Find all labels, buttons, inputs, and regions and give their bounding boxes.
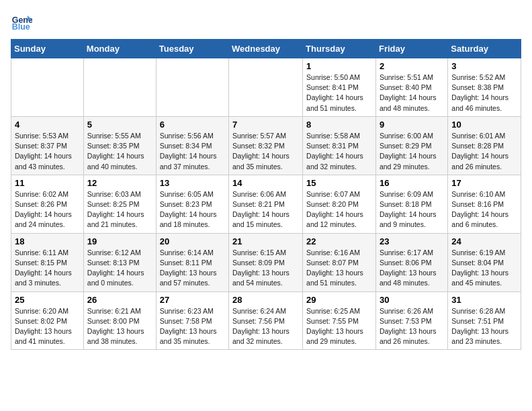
- calendar-cell: 31Sunrise: 6:28 AM Sunset: 7:51 PM Dayli…: [448, 291, 521, 350]
- calendar-cell: 18Sunrise: 6:11 AM Sunset: 8:15 PM Dayli…: [11, 233, 84, 291]
- day-info: Sunrise: 6:24 AM Sunset: 7:56 PM Dayligh…: [232, 306, 299, 347]
- day-info: Sunrise: 5:55 AM Sunset: 8:35 PM Dayligh…: [87, 131, 152, 172]
- day-number: 29: [306, 295, 372, 305]
- calendar-cell: 17Sunrise: 6:10 AM Sunset: 8:16 PM Dayli…: [448, 175, 521, 233]
- day-info: Sunrise: 6:20 AM Sunset: 8:02 PM Dayligh…: [15, 306, 80, 347]
- day-info: Sunrise: 5:56 AM Sunset: 8:34 PM Dayligh…: [160, 131, 225, 172]
- day-number: 19: [87, 236, 152, 246]
- day-number: 10: [451, 120, 517, 130]
- day-info: Sunrise: 6:07 AM Sunset: 8:20 PM Dayligh…: [306, 189, 372, 230]
- page-header: General Blue: [11, 11, 521, 32]
- calendar-table: SundayMondayTuesdayWednesdayThursdayFrid…: [11, 39, 521, 350]
- day-number: 23: [380, 236, 444, 246]
- week-row-0: 1Sunrise: 5:50 AM Sunset: 8:41 PM Daylig…: [11, 58, 521, 117]
- day-number: 7: [232, 120, 299, 130]
- day-number: 27: [160, 295, 225, 305]
- week-row-3: 18Sunrise: 6:11 AM Sunset: 8:15 PM Dayli…: [11, 233, 521, 291]
- calendar-cell: 25Sunrise: 6:20 AM Sunset: 8:02 PM Dayli…: [11, 291, 84, 350]
- day-number: 20: [160, 236, 225, 246]
- day-number: 22: [306, 236, 372, 246]
- day-info: Sunrise: 5:51 AM Sunset: 8:40 PM Dayligh…: [380, 73, 444, 113]
- day-info: Sunrise: 6:05 AM Sunset: 8:23 PM Dayligh…: [160, 189, 225, 230]
- calendar-cell: 1Sunrise: 5:50 AM Sunset: 8:41 PM Daylig…: [303, 58, 376, 117]
- day-info: Sunrise: 6:26 AM Sunset: 7:53 PM Dayligh…: [380, 306, 444, 347]
- day-number: 13: [160, 178, 225, 188]
- header-tuesday: Tuesday: [156, 40, 228, 58]
- day-info: Sunrise: 6:14 AM Sunset: 8:11 PM Dayligh…: [160, 248, 225, 289]
- header-sunday: Sunday: [11, 40, 84, 58]
- day-number: 17: [451, 178, 517, 188]
- calendar-cell: 27Sunrise: 6:23 AM Sunset: 7:58 PM Dayli…: [156, 291, 228, 350]
- week-row-4: 25Sunrise: 6:20 AM Sunset: 8:02 PM Dayli…: [11, 291, 521, 350]
- day-number: 16: [380, 178, 444, 188]
- calendar-cell: 16Sunrise: 6:09 AM Sunset: 8:18 PM Dayli…: [375, 175, 447, 233]
- logo-icon: General Blue: [11, 11, 32, 32]
- day-number: 21: [232, 236, 299, 246]
- day-info: Sunrise: 6:11 AM Sunset: 8:15 PM Dayligh…: [15, 248, 80, 289]
- calendar-cell: 11Sunrise: 6:02 AM Sunset: 8:26 PM Dayli…: [11, 175, 84, 233]
- day-number: 24: [451, 236, 517, 246]
- day-info: Sunrise: 6:03 AM Sunset: 8:25 PM Dayligh…: [87, 189, 152, 230]
- day-number: 8: [306, 120, 372, 130]
- day-number: 1: [306, 61, 372, 71]
- day-info: Sunrise: 5:58 AM Sunset: 8:31 PM Dayligh…: [306, 131, 372, 172]
- day-info: Sunrise: 5:53 AM Sunset: 8:37 PM Dayligh…: [15, 131, 80, 172]
- logo: General Blue: [11, 11, 35, 32]
- day-info: Sunrise: 6:15 AM Sunset: 8:09 PM Dayligh…: [232, 248, 299, 289]
- calendar-cell: 15Sunrise: 6:07 AM Sunset: 8:20 PM Dayli…: [303, 175, 376, 233]
- day-info: Sunrise: 6:10 AM Sunset: 8:16 PM Dayligh…: [451, 189, 517, 230]
- calendar-cell: 2Sunrise: 5:51 AM Sunset: 8:40 PM Daylig…: [375, 58, 447, 117]
- day-info: Sunrise: 6:09 AM Sunset: 8:18 PM Dayligh…: [380, 189, 444, 230]
- day-number: 11: [15, 178, 80, 188]
- week-row-2: 11Sunrise: 6:02 AM Sunset: 8:26 PM Dayli…: [11, 175, 521, 233]
- calendar-cell: 7Sunrise: 5:57 AM Sunset: 8:32 PM Daylig…: [229, 116, 303, 175]
- calendar-cell: 12Sunrise: 6:03 AM Sunset: 8:25 PM Dayli…: [83, 175, 156, 233]
- day-number: 3: [451, 61, 517, 71]
- day-info: Sunrise: 6:23 AM Sunset: 7:58 PM Dayligh…: [160, 306, 225, 347]
- calendar-cell: 4Sunrise: 5:53 AM Sunset: 8:37 PM Daylig…: [11, 116, 84, 175]
- day-number: 15: [306, 178, 372, 188]
- calendar-cell: 14Sunrise: 6:06 AM Sunset: 8:21 PM Dayli…: [229, 175, 303, 233]
- day-info: Sunrise: 5:52 AM Sunset: 8:38 PM Dayligh…: [451, 73, 517, 113]
- calendar-cell: 29Sunrise: 6:25 AM Sunset: 7:55 PM Dayli…: [303, 291, 376, 350]
- day-info: Sunrise: 6:28 AM Sunset: 7:51 PM Dayligh…: [451, 306, 517, 347]
- day-number: 14: [232, 178, 299, 188]
- calendar-cell: 9Sunrise: 6:00 AM Sunset: 8:29 PM Daylig…: [375, 116, 447, 175]
- day-number: 28: [232, 295, 299, 305]
- calendar-cell: 6Sunrise: 5:56 AM Sunset: 8:34 PM Daylig…: [156, 116, 228, 175]
- calendar-cell: 30Sunrise: 6:26 AM Sunset: 7:53 PM Dayli…: [375, 291, 447, 350]
- day-number: 6: [160, 120, 225, 130]
- calendar-cell: 23Sunrise: 6:17 AM Sunset: 8:06 PM Dayli…: [375, 233, 447, 291]
- day-info: Sunrise: 5:50 AM Sunset: 8:41 PM Dayligh…: [306, 73, 372, 113]
- day-info: Sunrise: 6:16 AM Sunset: 8:07 PM Dayligh…: [306, 248, 372, 289]
- calendar-cell: 21Sunrise: 6:15 AM Sunset: 8:09 PM Dayli…: [229, 233, 303, 291]
- header-wednesday: Wednesday: [229, 40, 303, 58]
- day-number: 31: [451, 295, 517, 305]
- calendar-cell: [156, 58, 228, 117]
- day-number: 2: [380, 61, 444, 71]
- day-info: Sunrise: 6:01 AM Sunset: 8:28 PM Dayligh…: [451, 131, 517, 172]
- calendar-cell: 13Sunrise: 6:05 AM Sunset: 8:23 PM Dayli…: [156, 175, 228, 233]
- calendar-cell: 24Sunrise: 6:19 AM Sunset: 8:04 PM Dayli…: [448, 233, 521, 291]
- header-saturday: Saturday: [448, 40, 521, 58]
- svg-text:Blue: Blue: [12, 22, 30, 32]
- day-number: 26: [87, 295, 152, 305]
- calendar-cell: 22Sunrise: 6:16 AM Sunset: 8:07 PM Dayli…: [303, 233, 376, 291]
- header-row: SundayMondayTuesdayWednesdayThursdayFrid…: [11, 40, 521, 58]
- day-info: Sunrise: 6:25 AM Sunset: 7:55 PM Dayligh…: [306, 306, 372, 347]
- day-info: Sunrise: 6:12 AM Sunset: 8:13 PM Dayligh…: [87, 248, 152, 289]
- calendar-cell: 26Sunrise: 6:21 AM Sunset: 8:00 PM Dayli…: [83, 291, 156, 350]
- day-number: 9: [380, 120, 444, 130]
- header-friday: Friday: [375, 40, 447, 58]
- day-info: Sunrise: 6:00 AM Sunset: 8:29 PM Dayligh…: [380, 131, 444, 172]
- day-number: 18: [15, 236, 80, 246]
- day-info: Sunrise: 6:02 AM Sunset: 8:26 PM Dayligh…: [15, 189, 80, 230]
- calendar-cell: [229, 58, 303, 117]
- calendar-cell: [11, 58, 84, 117]
- calendar-cell: 3Sunrise: 5:52 AM Sunset: 8:38 PM Daylig…: [448, 58, 521, 117]
- calendar-cell: 20Sunrise: 6:14 AM Sunset: 8:11 PM Dayli…: [156, 233, 228, 291]
- header-monday: Monday: [83, 40, 156, 58]
- calendar-cell: 10Sunrise: 6:01 AM Sunset: 8:28 PM Dayli…: [448, 116, 521, 175]
- calendar-cell: 28Sunrise: 6:24 AM Sunset: 7:56 PM Dayli…: [229, 291, 303, 350]
- day-number: 30: [380, 295, 444, 305]
